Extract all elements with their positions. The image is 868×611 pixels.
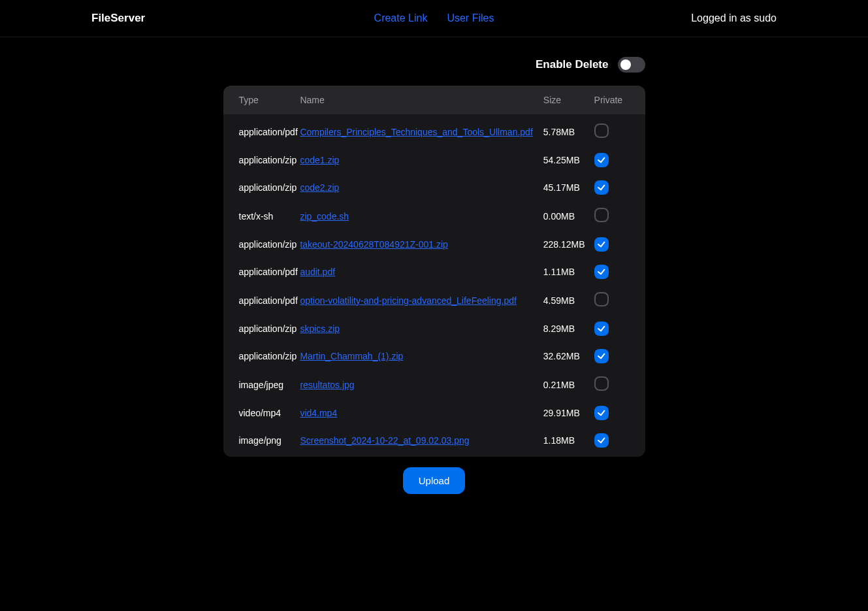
cell-size: 45.17MB	[543, 174, 594, 201]
cell-private	[594, 286, 645, 315]
file-table-container: Type Name Size Private application/pdfCo…	[223, 86, 645, 457]
cell-name: Martin_Chammah_(1).zip	[300, 342, 543, 370]
table-row: image/jpegresultatos.jpg0.21MB	[223, 370, 645, 399]
check-icon	[598, 325, 605, 333]
private-checkbox[interactable]	[594, 292, 609, 306]
nav-create-link[interactable]: Create Link	[374, 12, 428, 24]
file-link[interactable]: code1.zip	[300, 155, 339, 165]
cell-private	[594, 399, 645, 427]
cell-private	[594, 315, 645, 342]
check-icon	[598, 268, 605, 276]
table-row: application/zipMartin_Chammah_(1).zip32.…	[223, 342, 645, 370]
private-checkbox[interactable]	[594, 376, 609, 391]
check-icon	[598, 437, 605, 444]
private-checkbox[interactable]	[594, 208, 609, 222]
file-table: Type Name Size Private application/pdfCo…	[223, 86, 645, 457]
cell-size: 4.59MB	[543, 286, 594, 315]
upload-button[interactable]: Upload	[403, 467, 466, 494]
cell-name: zip_code.sh	[300, 201, 543, 231]
private-checkbox[interactable]	[594, 265, 609, 279]
cell-private	[594, 427, 645, 457]
table-header: Type Name Size Private	[223, 86, 645, 114]
cell-private	[594, 174, 645, 201]
header: FileServer Create Link User Files Logged…	[0, 0, 868, 37]
table-row: application/ziptakeout-20240628T084921Z-…	[223, 231, 645, 258]
cell-size: 228.12MB	[543, 231, 594, 258]
private-checkbox[interactable]	[594, 237, 609, 252]
file-link[interactable]: takeout-20240628T084921Z-001.zip	[300, 239, 448, 250]
cell-type: application/zip	[223, 342, 300, 370]
toggle-thumb	[620, 59, 631, 70]
cell-private	[594, 201, 645, 231]
cell-size: 54.25MB	[543, 146, 594, 174]
cell-size: 8.29MB	[543, 315, 594, 342]
cell-type: application/pdf	[223, 286, 300, 315]
file-link[interactable]: Martin_Chammah_(1).zip	[300, 351, 403, 361]
file-link[interactable]: Compilers_Principles_Techniques_and_Tool…	[300, 127, 532, 137]
enable-delete-row: Enable Delete	[223, 57, 645, 73]
table-row: application/pdfoption-volatility-and-pri…	[223, 286, 645, 315]
cell-type: application/zip	[223, 231, 300, 258]
cell-size: 0.00MB	[543, 201, 594, 231]
cell-name: vid4.mp4	[300, 399, 543, 427]
private-checkbox[interactable]	[594, 180, 609, 195]
private-checkbox[interactable]	[594, 349, 609, 363]
file-link[interactable]: Screenshot_2024-10-22_at_09.02.03.png	[300, 435, 469, 446]
cell-size: 1.11MB	[543, 258, 594, 286]
private-checkbox[interactable]	[594, 322, 609, 336]
table-row: image/pngScreenshot_2024-10-22_at_09.02.…	[223, 427, 645, 457]
table-row: text/x-shzip_code.sh0.00MB	[223, 201, 645, 231]
private-checkbox[interactable]	[594, 124, 609, 138]
check-icon	[598, 352, 605, 360]
table-body: application/pdfCompilers_Principles_Tech…	[223, 114, 645, 457]
enable-delete-label: Enable Delete	[536, 58, 609, 71]
cell-private	[594, 342, 645, 370]
cell-name: Screenshot_2024-10-22_at_09.02.03.png	[300, 427, 543, 457]
col-private: Private	[594, 86, 645, 114]
cell-name: option-volatility-and-pricing-advanced_L…	[300, 286, 543, 315]
file-link[interactable]: code2.zip	[300, 182, 339, 193]
table-row: application/zipcode1.zip54.25MB	[223, 146, 645, 174]
cell-size: 1.18MB	[543, 427, 594, 457]
col-name: Name	[300, 86, 543, 114]
nav-user-files[interactable]: User Files	[447, 12, 494, 24]
cell-type: application/zip	[223, 315, 300, 342]
file-link[interactable]: resultatos.jpg	[300, 380, 354, 390]
private-checkbox[interactable]	[594, 406, 609, 420]
private-checkbox[interactable]	[594, 433, 609, 448]
cell-type: application/pdf	[223, 114, 300, 146]
check-icon	[598, 184, 605, 191]
table-row: application/pdfaudit.pdf1.11MB	[223, 258, 645, 286]
file-link[interactable]: option-volatility-and-pricing-advanced_L…	[300, 295, 517, 306]
cell-type: text/x-sh	[223, 201, 300, 231]
file-link[interactable]: vid4.mp4	[300, 408, 337, 418]
cell-private	[594, 114, 645, 146]
file-link[interactable]: audit.pdf	[300, 267, 335, 277]
content-area: Enable Delete Type Name Size Private app…	[0, 37, 868, 494]
file-link[interactable]: skpics.zip	[300, 323, 340, 334]
cell-type: application/pdf	[223, 258, 300, 286]
cell-name: code1.zip	[300, 146, 543, 174]
cell-type: application/zip	[223, 174, 300, 201]
check-icon	[598, 409, 605, 417]
cell-size: 0.21MB	[543, 370, 594, 399]
cell-size: 5.78MB	[543, 114, 594, 146]
login-status: Logged in as sudo	[691, 12, 777, 24]
cell-private	[594, 370, 645, 399]
private-checkbox[interactable]	[594, 153, 609, 167]
check-icon	[598, 240, 605, 248]
cell-name: code2.zip	[300, 174, 543, 201]
table-row: application/zipskpics.zip8.29MB	[223, 315, 645, 342]
cell-type: video/mp4	[223, 399, 300, 427]
table-row: video/mp4vid4.mp429.91MB	[223, 399, 645, 427]
enable-delete-toggle[interactable]	[618, 57, 645, 73]
cell-name: resultatos.jpg	[300, 370, 543, 399]
cell-size: 29.91MB	[543, 399, 594, 427]
col-type: Type	[223, 86, 300, 114]
cell-private	[594, 146, 645, 174]
cell-private	[594, 258, 645, 286]
cell-size: 32.62MB	[543, 342, 594, 370]
file-link[interactable]: zip_code.sh	[300, 211, 349, 222]
check-icon	[598, 156, 605, 164]
cell-name: audit.pdf	[300, 258, 543, 286]
